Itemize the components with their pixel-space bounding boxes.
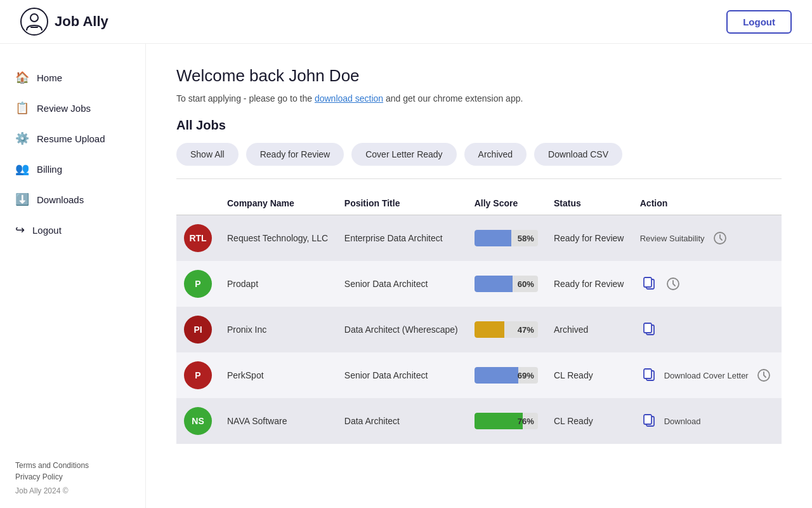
copy-icon[interactable] [640,412,658,430]
col-position: Position Title [337,192,467,215]
cell-score: 58% [467,215,546,262]
resume-upload-icon: ⚙️ [15,131,29,145]
score-fill [475,276,513,292]
action-area [640,321,774,338]
sidebar-item-downloads[interactable]: ⬇️Downloads [0,184,145,215]
cell-status: CL Ready [546,352,632,398]
action-area: Download Cover Letter [640,366,774,384]
cell-company: Request Technology, LLC [219,215,337,262]
sidebar-item-logout[interactable]: ↪Logout [0,215,145,245]
sidebar-item-label-review-jobs: Review Jobs [37,103,91,114]
filter-bar: Show AllReady for ReviewCover Letter Rea… [176,143,782,166]
filter-btn-ready-for-review[interactable]: Ready for Review [246,143,344,166]
cell-score: 69% [467,352,546,398]
table-header: Company Name Position Title Ally Score S… [176,192,782,215]
cell-avatar: RTL [176,215,219,262]
avatar: RTL [184,224,212,252]
welcome-title: Welcome back John Doe [176,66,782,86]
cell-company: PerkSpot [219,352,337,398]
history-icon[interactable] [664,275,682,293]
score-bar: 60% [475,276,538,292]
download-section-link[interactable]: download section [315,93,383,104]
score-bar: 58% [475,230,538,246]
sidebar-item-billing[interactable]: 👥Billing [0,154,145,184]
cell-avatar: PI [176,307,219,352]
score-fill [475,413,523,429]
main-content: Welcome back John Doe To start applying … [146,43,812,508]
score-bar: 76% [475,413,538,429]
cell-status: Ready for Review [546,261,632,307]
score-bar: 69% [475,367,538,384]
svg-rect-13 [644,415,652,424]
col-status: Status [546,192,632,215]
cell-position: Data Architect [337,398,467,444]
col-avatar [176,192,219,215]
cell-action [632,261,782,307]
subtitle-prefix: To start applying - please go to the [176,93,315,104]
history-icon[interactable] [711,229,729,247]
action-label[interactable]: Download Cover Letter [664,371,749,380]
cell-avatar: NS [176,398,219,444]
cell-score: 76% [467,398,546,444]
score-fill [475,321,504,338]
action-label[interactable]: Download [664,417,701,426]
cell-position: Data Architect (Wherescape) [337,307,467,352]
cell-position: Senior Data Architect [337,261,467,307]
sidebar-item-resume-upload[interactable]: ⚙️Resume Upload [0,123,145,154]
cell-status: Archived [546,307,632,352]
logout-icon: ↪ [15,223,25,237]
score-fill [475,367,518,384]
sidebar-item-home[interactable]: 🏠Home [0,62,145,93]
score-bar: 47% [475,321,538,338]
sidebar-item-label-home: Home [37,72,62,83]
sidebar-item-review-jobs[interactable]: 📋Review Jobs [0,93,145,123]
col-action: Action [632,192,782,215]
status-badge: CL Ready [554,416,593,426]
table-body: RTLRequest Technology, LLCEnterprise Dat… [176,215,782,444]
filter-btn-cover-letter-ready[interactable]: Cover Letter Ready [351,143,456,166]
terms-link[interactable]: Terms and Conditions [15,461,130,470]
copy-icon[interactable] [640,321,658,338]
history-icon[interactable] [755,366,773,384]
sidebar-footer: Terms and Conditions Privacy Policy Job … [0,455,145,495]
cell-action [632,307,782,352]
copy-icon[interactable] [640,366,658,384]
table-row: PPerkSpotSenior Data Architect69%CL Read… [176,352,782,398]
cell-position: Senior Data Architect [337,352,467,398]
score-value: 76% [518,417,534,426]
table-row: RTLRequest Technology, LLCEnterprise Dat… [176,215,782,262]
sidebar: 🏠Home📋Review Jobs⚙️Resume Upload👥Billing… [0,43,146,508]
svg-rect-2 [30,27,38,28]
avatar: PI [184,316,212,344]
cell-score: 47% [467,307,546,352]
table-header-row: Company Name Position Title Ally Score S… [176,192,782,215]
cell-score: 60% [467,261,546,307]
avatar: NS [184,407,212,435]
table-row: NSNAVA SoftwareData Architect76%CL Ready… [176,398,782,444]
jobs-table: Company Name Position Title Ally Score S… [176,192,782,444]
sidebar-item-label-billing: Billing [37,164,62,175]
filter-btn-archived[interactable]: Archived [464,143,527,166]
col-score: Ally Score [467,192,546,215]
svg-rect-10 [644,369,652,378]
cell-avatar: P [176,352,219,398]
avatar: P [184,270,212,298]
action-label[interactable]: Review Suitability [640,234,705,243]
billing-icon: 👥 [15,162,29,176]
cell-position: Enterprise Data Architect [337,215,467,262]
downloads-icon: ⬇️ [15,192,29,206]
cell-status: CL Ready [546,398,632,444]
app-title: Job Ally [55,13,108,30]
sidebar-item-label-logout: Logout [32,225,62,236]
header-logout-button[interactable]: Logout [726,10,792,34]
cell-company: Pronix Inc [219,307,337,352]
filter-btn-download-csv[interactable]: Download CSV [534,143,622,166]
privacy-link[interactable]: Privacy Policy [15,472,130,481]
copy-icon[interactable] [640,275,658,293]
all-jobs-title: All Jobs [176,118,782,133]
score-value: 69% [518,371,534,380]
action-area: Download [640,412,774,430]
svg-rect-5 [644,277,652,287]
score-value: 60% [518,279,534,289]
filter-btn-show-all[interactable]: Show All [176,143,239,166]
